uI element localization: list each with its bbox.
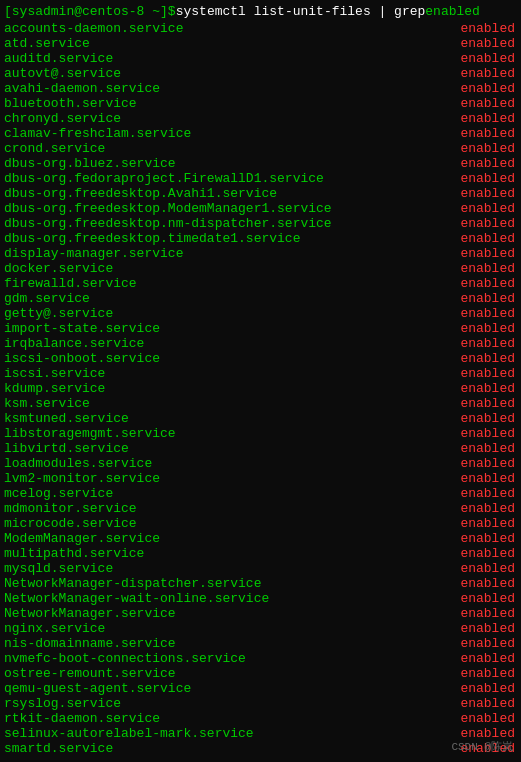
service-name: dbus-org.freedesktop.timedate1.service bbox=[4, 231, 442, 246]
service-status: enabled bbox=[442, 276, 517, 291]
service-status: enabled bbox=[442, 156, 517, 171]
service-name: smartd.service bbox=[4, 741, 442, 756]
list-item: bluetooth.serviceenabled bbox=[4, 96, 517, 111]
list-item: display-manager.serviceenabled bbox=[4, 246, 517, 261]
service-status: enabled bbox=[442, 501, 517, 516]
list-item: avahi-daemon.serviceenabled bbox=[4, 81, 517, 96]
service-name: mcelog.service bbox=[4, 486, 442, 501]
service-name: crond.service bbox=[4, 141, 442, 156]
list-item: clamav-freshclam.serviceenabled bbox=[4, 126, 517, 141]
list-item: iscsi-onboot.serviceenabled bbox=[4, 351, 517, 366]
list-item: microcode.serviceenabled bbox=[4, 516, 517, 531]
list-item: ostree-remount.serviceenabled bbox=[4, 666, 517, 681]
list-item: iscsi.serviceenabled bbox=[4, 366, 517, 381]
service-status: enabled bbox=[442, 321, 517, 336]
list-item: dbus-org.fedoraproject.FirewallD1.servic… bbox=[4, 171, 517, 186]
service-name: rtkit-daemon.service bbox=[4, 711, 442, 726]
service-status: enabled bbox=[442, 306, 517, 321]
list-item: qemu-guest-agent.serviceenabled bbox=[4, 681, 517, 696]
service-name: multipathd.service bbox=[4, 546, 442, 561]
list-item: getty@.serviceenabled bbox=[4, 306, 517, 321]
list-item: irqbalance.serviceenabled bbox=[4, 336, 517, 351]
service-status: enabled bbox=[442, 81, 517, 96]
list-item: NetworkManager-dispatcher.serviceenabled bbox=[4, 576, 517, 591]
list-item: loadmodules.serviceenabled bbox=[4, 456, 517, 471]
service-name: accounts-daemon.service bbox=[4, 21, 442, 36]
service-status: enabled bbox=[442, 51, 517, 66]
service-name: lvm2-monitor.service bbox=[4, 471, 442, 486]
list-item: nis-domainname.serviceenabled bbox=[4, 636, 517, 651]
list-item: NetworkManager-wait-online.serviceenable… bbox=[4, 591, 517, 606]
service-status: enabled bbox=[442, 636, 517, 651]
service-name: dbus-org.freedesktop.nm-dispatcher.servi… bbox=[4, 216, 442, 231]
service-name: NetworkManager-dispatcher.service bbox=[4, 576, 442, 591]
list-item: rsyslog.serviceenabled bbox=[4, 696, 517, 711]
service-status: enabled bbox=[442, 396, 517, 411]
watermark: CSDN @陈岚 bbox=[451, 739, 513, 754]
service-status: enabled bbox=[442, 201, 517, 216]
service-status: enabled bbox=[442, 606, 517, 621]
service-status: enabled bbox=[442, 681, 517, 696]
service-status: enabled bbox=[442, 141, 517, 156]
service-status: enabled bbox=[442, 336, 517, 351]
prompt-suffix: ]$ bbox=[160, 4, 176, 19]
service-name: import-state.service bbox=[4, 321, 442, 336]
service-status: enabled bbox=[442, 381, 517, 396]
service-status: enabled bbox=[442, 351, 517, 366]
service-status: enabled bbox=[442, 411, 517, 426]
service-status: enabled bbox=[442, 366, 517, 381]
list-item: atd.serviceenabled bbox=[4, 36, 517, 51]
service-name: ModemManager.service bbox=[4, 531, 442, 546]
list-item: libvirtd.serviceenabled bbox=[4, 441, 517, 456]
service-name: qemu-guest-agent.service bbox=[4, 681, 442, 696]
service-status: enabled bbox=[442, 291, 517, 306]
prompt-cmd: systemctl list-unit-files | grep bbox=[176, 4, 426, 19]
service-list: accounts-daemon.serviceenabledatd.servic… bbox=[4, 21, 517, 756]
list-item: accounts-daemon.serviceenabled bbox=[4, 21, 517, 36]
list-item: rtkit-daemon.serviceenabled bbox=[4, 711, 517, 726]
service-name: mdmonitor.service bbox=[4, 501, 442, 516]
service-name: dbus-org.fedoraproject.FirewallD1.servic… bbox=[4, 171, 442, 186]
service-status: enabled bbox=[442, 621, 517, 636]
list-item: smartd.serviceenabled bbox=[4, 741, 517, 756]
list-item: docker.serviceenabled bbox=[4, 261, 517, 276]
list-item: chronyd.serviceenabled bbox=[4, 111, 517, 126]
service-name: dbus-org.freedesktop.Avahi1.service bbox=[4, 186, 442, 201]
list-item: dbus-org.freedesktop.ModemManager1.servi… bbox=[4, 201, 517, 216]
service-name: nginx.service bbox=[4, 621, 442, 636]
list-item: libstoragemgmt.serviceenabled bbox=[4, 426, 517, 441]
service-name: chronyd.service bbox=[4, 111, 442, 126]
service-name: rsyslog.service bbox=[4, 696, 442, 711]
list-item: ksmtuned.serviceenabled bbox=[4, 411, 517, 426]
service-name: nvmefc-boot-connections.service bbox=[4, 651, 442, 666]
service-name: dbus-org.bluez.service bbox=[4, 156, 442, 171]
prompt-tilde: ~ bbox=[152, 4, 160, 19]
service-status: enabled bbox=[442, 711, 517, 726]
service-status: enabled bbox=[442, 246, 517, 261]
list-item: dbus-org.bluez.serviceenabled bbox=[4, 156, 517, 171]
list-item: firewalld.serviceenabled bbox=[4, 276, 517, 291]
service-status: enabled bbox=[442, 591, 517, 606]
service-status: enabled bbox=[442, 471, 517, 486]
service-name: getty@.service bbox=[4, 306, 442, 321]
list-item: ksm.serviceenabled bbox=[4, 396, 517, 411]
service-status: enabled bbox=[442, 21, 517, 36]
service-name: ksmtuned.service bbox=[4, 411, 442, 426]
service-status: enabled bbox=[442, 516, 517, 531]
list-item: auditd.serviceenabled bbox=[4, 51, 517, 66]
service-name: mysqld.service bbox=[4, 561, 442, 576]
service-name: clamav-freshclam.service bbox=[4, 126, 442, 141]
list-item: gdm.serviceenabled bbox=[4, 291, 517, 306]
service-name: atd.service bbox=[4, 36, 442, 51]
service-name: microcode.service bbox=[4, 516, 442, 531]
list-item: mdmonitor.serviceenabled bbox=[4, 501, 517, 516]
prompt-user: [sysadmin@centos-8 bbox=[4, 4, 144, 19]
service-status: enabled bbox=[442, 126, 517, 141]
service-status: enabled bbox=[442, 666, 517, 681]
service-name: selinux-autorelabel-mark.service bbox=[4, 726, 442, 741]
service-name: firewalld.service bbox=[4, 276, 442, 291]
service-status: enabled bbox=[442, 261, 517, 276]
service-name: libstoragemgmt.service bbox=[4, 426, 442, 441]
prompt-argument: enabled bbox=[425, 4, 480, 19]
service-status: enabled bbox=[442, 231, 517, 246]
